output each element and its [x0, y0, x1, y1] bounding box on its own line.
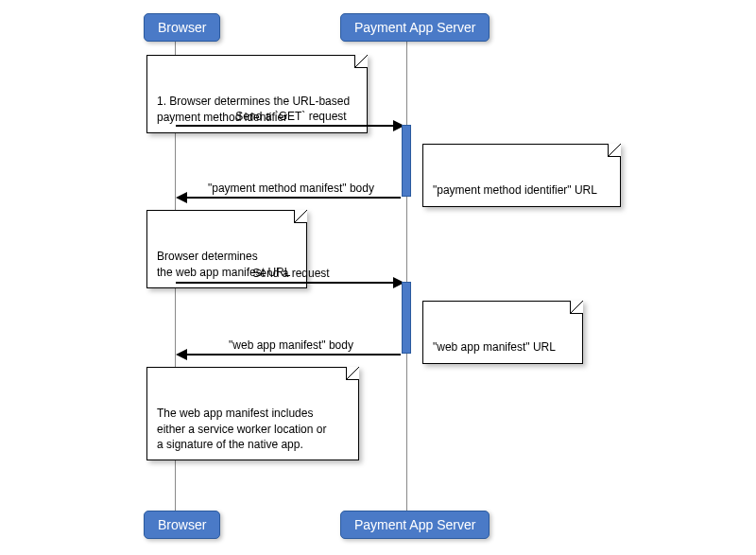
message-label: "web app manifest" body [176, 338, 406, 352]
message-label: "payment method manifest" body [176, 182, 406, 195]
note-fold-icon [294, 210, 307, 223]
participant-server-bottom: Payment App Server [340, 511, 490, 539]
note-fold-icon [346, 367, 359, 380]
arrow-left-icon [176, 349, 187, 360]
note-text: Browser determines the web app manifest … [157, 250, 290, 278]
activation-bar [402, 125, 411, 197]
sequence-diagram: Browser Payment App Server 1. Browser de… [0, 0, 756, 555]
participant-label: Browser [158, 20, 206, 35]
note-text: "payment method identifier" URL [433, 183, 597, 197]
participant-browser-bottom: Browser [144, 511, 220, 539]
note-text: "web app manifest" URL [433, 340, 556, 354]
message-line [176, 282, 395, 284]
arrow-left-icon [176, 192, 187, 203]
activation-bar [402, 282, 411, 354]
note-fold-icon [354, 55, 368, 68]
note-pmi-url: "payment method identifier" URL [422, 144, 621, 207]
message-line [176, 125, 395, 127]
participant-label: Payment App Server [354, 20, 475, 35]
participant-label: Payment App Server [354, 517, 475, 532]
note-determine-pmi: 1. Browser determines the URL-based paym… [146, 55, 368, 133]
participant-server-top: Payment App Server [340, 13, 490, 42]
message-line [187, 197, 401, 199]
note-manifest-includes: The web app manifest includes either a s… [146, 367, 359, 460]
lifeline-server [406, 38, 407, 511]
note-web-app-manifest-url: "web app manifest" URL [422, 301, 583, 364]
note-determine-manifest-url: Browser determines the web app manifest … [146, 210, 307, 288]
message-line [187, 354, 401, 356]
participant-label: Browser [158, 517, 206, 532]
participant-browser-top: Browser [144, 13, 220, 42]
note-text: The web app manifest includes either a s… [157, 407, 326, 450]
note-text: 1. Browser determines the URL-based paym… [157, 95, 350, 123]
note-fold-icon [570, 301, 583, 314]
note-fold-icon [608, 144, 621, 157]
